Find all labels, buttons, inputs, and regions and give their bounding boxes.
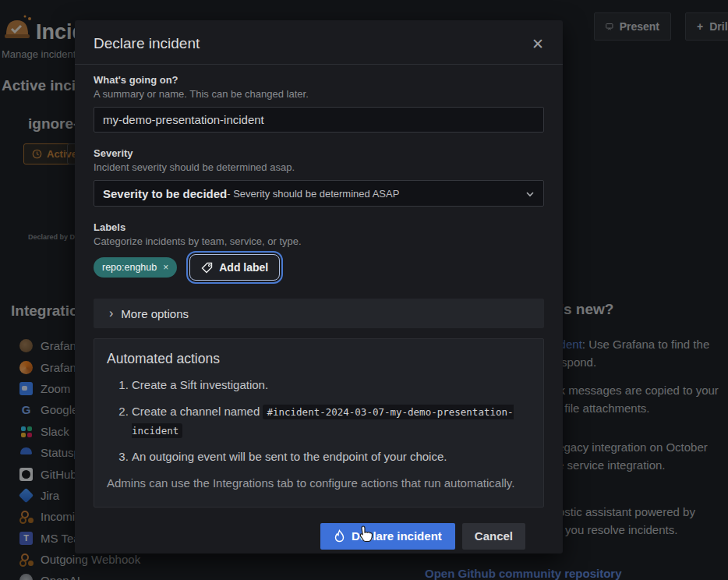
declare-incident-button-label: Declare incident [352, 529, 442, 543]
automated-action-item: Create a channel named #incident-2024-03… [132, 402, 531, 439]
modal-footer: Declare incident Cancel [94, 508, 544, 550]
close-icon[interactable]: ✕ [532, 37, 544, 51]
chevron-down-icon [525, 186, 535, 200]
action-text: Create a channel named [132, 405, 263, 418]
severity-selected-secondary: - Severity should be determined ASAP [227, 188, 399, 200]
summary-label: What's going on? [94, 74, 544, 86]
declare-incident-modal: Declare incident ✕ What's going on? A su… [75, 20, 563, 553]
label-chip-text: repo:enghub [102, 262, 157, 273]
modal-title: Declare incident [94, 35, 200, 52]
severity-selected-primary: Severity to be decided [103, 187, 227, 200]
automated-actions-panel: Automated actions Create a Sift investig… [94, 338, 544, 508]
modal-header: Declare incident ✕ [75, 20, 563, 64]
automated-actions-list: Create a Sift investigation. Create a ch… [132, 376, 531, 465]
action-text: Create a Sift investigation. [132, 378, 268, 391]
automated-actions-title: Automated actions [107, 351, 531, 367]
add-label-button-label: Add label [219, 261, 268, 274]
severity-section: Severity Incident severity should be det… [94, 147, 544, 207]
flame-icon [334, 529, 345, 543]
summary-section: What's going on? A summary or name. This… [94, 74, 544, 133]
action-text: An outgoing event will be sent to the en… [132, 450, 447, 463]
severity-help: Incident severity should be determined a… [94, 161, 544, 173]
labels-label: Labels [94, 221, 544, 233]
label-chip: repo:enghub × [94, 257, 177, 278]
more-options-label: More options [121, 307, 189, 320]
tag-icon [201, 262, 213, 274]
labels-help: Categorize incidents by team, service, o… [94, 235, 544, 247]
summary-input[interactable] [94, 107, 544, 133]
automated-action-item: An outgoing event will be sent to the en… [132, 447, 531, 465]
severity-select[interactable]: Severity to be decided - Severity should… [94, 180, 544, 207]
chip-remove-icon[interactable]: × [163, 262, 168, 273]
divider [75, 64, 563, 65]
more-options-toggle[interactable]: › More options [94, 299, 544, 328]
automated-actions-note: Admins can use the Integrations tab to c… [107, 474, 531, 493]
automated-action-item: Create a Sift investigation. [132, 376, 531, 394]
chevron-right-icon: › [109, 306, 113, 320]
declare-incident-button[interactable]: Declare incident [320, 523, 455, 550]
severity-label: Severity [94, 147, 544, 159]
summary-help: A summary or name. This can be changed l… [94, 88, 544, 100]
cancel-button[interactable]: Cancel [462, 523, 525, 550]
add-label-button[interactable]: Add label [189, 254, 280, 281]
labels-section: Labels Categorize incidents by team, ser… [94, 221, 544, 281]
